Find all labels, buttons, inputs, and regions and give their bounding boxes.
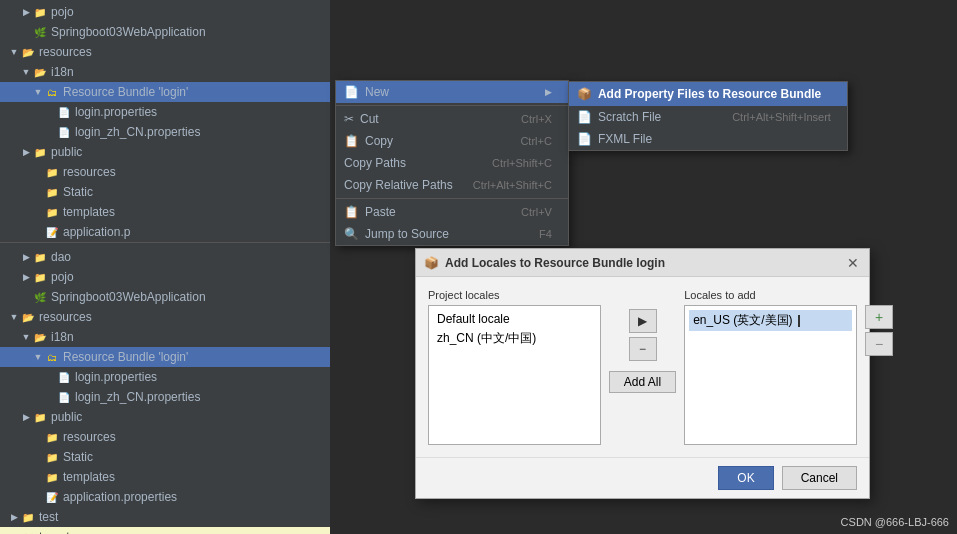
tree-item-springboot2[interactable]: 🌿 Springboot03WebApplication bbox=[0, 287, 330, 307]
menu-item-copy-relative[interactable]: Copy Relative Paths Ctrl+Alt+Shift+C bbox=[336, 174, 568, 196]
en-us-item[interactable]: en_US (英文/美国) bbox=[689, 310, 852, 331]
cursor bbox=[798, 315, 806, 327]
tree-item-resources2[interactable]: 📁 resources bbox=[0, 162, 330, 182]
templates2-icon: 📁 bbox=[44, 469, 60, 485]
tree-item-dao[interactable]: ▶ 📁 dao bbox=[0, 247, 330, 267]
new-icon: 📄 bbox=[344, 85, 359, 99]
add-locales-dialog: 📦 Add Locales to Resource Bundle login ✕… bbox=[415, 248, 870, 499]
dialog-body: Project locales Default locale zh_CN (中文… bbox=[416, 277, 869, 457]
tree-item-springboot[interactable]: 🌿 Springboot03WebApplication bbox=[0, 22, 330, 42]
app-file-icon: 📝 bbox=[44, 224, 60, 240]
tree-item-target[interactable]: ▶ 📁 target bbox=[0, 527, 330, 534]
spring-icon: 🌿 bbox=[32, 24, 48, 40]
tree-item-resources3[interactable]: ▼ 📂 resources bbox=[0, 307, 330, 327]
scratch-icon: 📄 bbox=[577, 110, 592, 124]
plus-icon: + bbox=[875, 309, 883, 325]
submenu-fxml-file[interactable]: 📄 FXML File bbox=[569, 128, 847, 150]
static-label-top: Static bbox=[63, 185, 93, 199]
move-right-button[interactable]: ▶ bbox=[629, 309, 657, 333]
ok-button[interactable]: OK bbox=[718, 466, 773, 490]
tree-item-app-props[interactable]: 📝 application.properties bbox=[0, 487, 330, 507]
folder-icon: 📁 bbox=[32, 4, 48, 20]
tree-item-i18n2[interactable]: ▼ 📂 i18n bbox=[0, 327, 330, 347]
menu-new-label: New bbox=[365, 85, 389, 99]
dialog-columns: Project locales Default locale zh_CN (中文… bbox=[428, 289, 857, 445]
tree-item-static2[interactable]: 📁 Static bbox=[0, 447, 330, 467]
zh-cn-item[interactable]: zh_CN (中文/中国) bbox=[433, 328, 596, 349]
context-submenu: 📦 Add Property Files to Resource Bundle … bbox=[568, 81, 848, 151]
locales-to-add-header: Locales to add bbox=[684, 289, 857, 301]
tree-item-login-props[interactable]: 📄 login.properties bbox=[0, 102, 330, 122]
copy-icon: 📋 bbox=[344, 134, 359, 148]
tree-item-static[interactable]: 📁 Static bbox=[0, 182, 330, 202]
dialog-title-icon: 📦 bbox=[424, 256, 439, 270]
static-folder-icon: 📁 bbox=[44, 184, 60, 200]
remove-button[interactable]: − bbox=[629, 337, 657, 361]
minus-icon: − bbox=[875, 336, 883, 352]
project-locales-header: Project locales bbox=[428, 289, 601, 301]
props2-icon: 📄 bbox=[56, 369, 72, 385]
submenu-header: 📦 Add Property Files to Resource Bundle bbox=[569, 82, 847, 106]
public2-icon: 📁 bbox=[32, 409, 48, 425]
dialog-footer: OK Cancel bbox=[416, 457, 869, 498]
tree-item-public[interactable]: ▶ 📁 public bbox=[0, 142, 330, 162]
menu-sep-1 bbox=[336, 105, 568, 106]
tree-item-login-props2[interactable]: 📄 login.properties bbox=[0, 367, 330, 387]
default-locale-item[interactable]: Default locale bbox=[433, 310, 596, 328]
tree-item-login-zh[interactable]: 📄 login_zh_CN.properties bbox=[0, 122, 330, 142]
folder-open-icon: 📂 bbox=[20, 44, 36, 60]
resources3-icon: 📂 bbox=[20, 309, 36, 325]
tree-item-resource-bundle[interactable]: ▼ 🗂 Resource Bundle 'login' bbox=[0, 82, 330, 102]
resource-bundle-icon: 🗂 bbox=[44, 84, 60, 100]
test-icon: 📁 bbox=[20, 509, 36, 525]
submenu-scratch-file[interactable]: 📄 Scratch File Ctrl+Alt+Shift+Insert bbox=[569, 106, 847, 128]
menu-item-copy-paths[interactable]: Copy Paths Ctrl+Shift+C bbox=[336, 152, 568, 174]
tree-item-templates2[interactable]: 📁 templates bbox=[0, 467, 330, 487]
tree-item-resources[interactable]: ▼ 📂 resources bbox=[0, 42, 330, 62]
zh2-icon: 📄 bbox=[56, 389, 72, 405]
watermark: CSDN @666-LBJ-666 bbox=[841, 516, 949, 528]
tree-item-public2[interactable]: ▶ 📁 public bbox=[0, 407, 330, 427]
spring-icon2: 🌿 bbox=[32, 289, 48, 305]
i18n-folder-icon: 📂 bbox=[32, 64, 48, 80]
tree-item-pojo[interactable]: ▶ 📁 pojo bbox=[0, 2, 330, 22]
dialog-titlebar: 📦 Add Locales to Resource Bundle login ✕ bbox=[416, 249, 869, 277]
app-props-icon: 📝 bbox=[44, 489, 60, 505]
minus-button[interactable]: − bbox=[865, 332, 893, 356]
fxml-icon: 📄 bbox=[577, 132, 592, 146]
target-icon: 📁 bbox=[20, 529, 36, 534]
tree-item-pojo2[interactable]: ▶ 📁 pojo bbox=[0, 267, 330, 287]
jump-icon: 🔍 bbox=[344, 227, 359, 241]
cancel-button[interactable]: Cancel bbox=[782, 466, 857, 490]
tree-item-login-zh2[interactable]: 📄 login_zh_CN.properties bbox=[0, 387, 330, 407]
tree-item-i18n[interactable]: ▼ 📂 i18n bbox=[0, 62, 330, 82]
menu-item-new[interactable]: 📄 New ▶ 📦 Add Property Files to Resource… bbox=[336, 81, 568, 103]
pojo2-icon: 📁 bbox=[32, 269, 48, 285]
locales-to-add-col: Locales to add en_US (英文/美国) + − bbox=[684, 289, 857, 445]
menu-item-paste[interactable]: 📋 Paste Ctrl+V bbox=[336, 201, 568, 223]
context-menu: 📄 New ▶ 📦 Add Property Files to Resource… bbox=[335, 80, 569, 246]
add-all-row: Add All bbox=[609, 371, 676, 393]
menu-item-copy[interactable]: 📋 Copy Ctrl+C bbox=[336, 130, 568, 152]
tree-item-templates[interactable]: 📁 templates bbox=[0, 202, 330, 222]
add-all-button[interactable]: Add All bbox=[609, 371, 676, 393]
menu-item-jump[interactable]: 🔍 Jump to Source F4 bbox=[336, 223, 568, 245]
tree-item-res4[interactable]: 📁 resources bbox=[0, 427, 330, 447]
properties-zh-icon: 📄 bbox=[56, 124, 72, 140]
menu-item-cut[interactable]: ✂ Cut Ctrl+X bbox=[336, 108, 568, 130]
menu-sep-2 bbox=[336, 198, 568, 199]
static-label-bottom: Static bbox=[63, 450, 93, 464]
tree-item-app-p[interactable]: 📝 application.p bbox=[0, 222, 330, 242]
project-locales-col: Project locales Default locale zh_CN (中文… bbox=[428, 289, 601, 445]
tree-item-test[interactable]: ▶ 📁 test bbox=[0, 507, 330, 527]
tree-item-rb2[interactable]: ▼ 🗂 Resource Bundle 'login' bbox=[0, 347, 330, 367]
project-locales-list[interactable]: Default locale zh_CN (中文/中国) bbox=[428, 305, 601, 445]
dialog-title: 📦 Add Locales to Resource Bundle login bbox=[424, 256, 665, 270]
dialog-close-button[interactable]: ✕ bbox=[845, 255, 861, 271]
arrow-controls: ▶ − Add All bbox=[609, 309, 676, 393]
paste-icon: 📋 bbox=[344, 205, 359, 219]
plus-button[interactable]: + bbox=[865, 305, 893, 329]
public-folder-icon: 📁 bbox=[32, 144, 48, 160]
locales-to-add-list[interactable]: en_US (英文/美国) bbox=[684, 305, 857, 445]
i18n2-icon: 📂 bbox=[32, 329, 48, 345]
